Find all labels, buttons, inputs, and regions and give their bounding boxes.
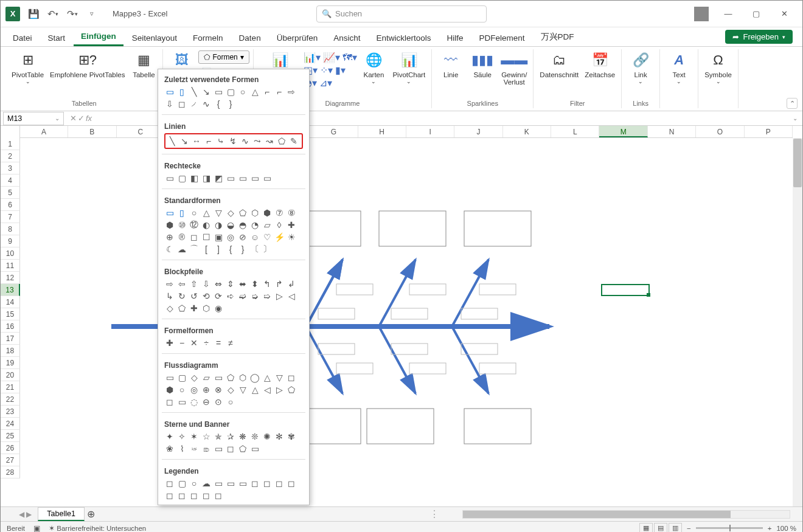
redo-button[interactable]: ↷▾ xyxy=(64,5,81,22)
row-header[interactable]: 15 xyxy=(1,308,20,320)
cells-area[interactable] xyxy=(20,138,793,506)
tab-ueberpruefen[interactable]: Überprüfen xyxy=(269,30,325,46)
col-header[interactable]: L xyxy=(551,126,599,137)
zoom-out-icon[interactable]: − xyxy=(687,525,691,532)
formen-button[interactable]: ⬠ Formen ▾ xyxy=(198,50,249,64)
row-header[interactable]: 3 xyxy=(1,162,20,174)
row-header[interactable]: 6 xyxy=(1,199,20,211)
row-header[interactable]: 26 xyxy=(1,442,20,454)
shape-callout-icon[interactable]: ◻ xyxy=(176,98,187,109)
row-header[interactable]: 4 xyxy=(1,174,20,187)
share-button[interactable]: ➦ Freigeben ▾ xyxy=(725,30,793,44)
elbow-arrow-icon[interactable]: ⤷ xyxy=(215,136,226,147)
symbole-button[interactable]: ΩSymbole⌄ xyxy=(702,49,734,86)
col-header[interactable]: H xyxy=(358,126,406,137)
tab-pdfelement[interactable]: PDFelement xyxy=(472,30,532,46)
shape-triangle-icon[interactable]: △ xyxy=(249,86,260,97)
split-handle[interactable]: ⋮ xyxy=(425,508,444,520)
elbow-double-icon[interactable]: ↯ xyxy=(228,136,238,147)
shape-line-icon[interactable]: ╲ xyxy=(189,86,200,97)
cancel-fx-icon[interactable]: ✕ xyxy=(70,114,77,123)
tab-formeln[interactable]: Formeln xyxy=(186,30,231,46)
col-header[interactable]: B xyxy=(68,126,116,137)
curve-double-icon[interactable]: ↝ xyxy=(264,136,275,147)
tab-daten[interactable]: Daten xyxy=(232,30,268,46)
shape-rect-icon[interactable]: ▭ xyxy=(213,86,224,97)
view-normal-icon[interactable]: ▦ xyxy=(639,523,653,533)
record-macro-icon[interactable]: ▣ xyxy=(33,524,40,533)
sheet-tab[interactable]: Tabelle1 xyxy=(38,507,85,521)
qat-customize[interactable]: ▿ xyxy=(83,5,100,22)
sparkline-column[interactable]: ▮▮▮Säule xyxy=(467,49,498,80)
row-header[interactable]: 7 xyxy=(1,211,20,223)
view-pagebreak-icon[interactable]: ▥ xyxy=(669,523,682,533)
chart-waterfall-icon[interactable]: ▮▾ xyxy=(335,64,346,76)
row-header[interactable]: 28 xyxy=(1,466,20,478)
shape-connector-icon[interactable]: ⌐ xyxy=(262,86,273,97)
curve-arrow-icon[interactable]: ⤳ xyxy=(252,136,263,147)
shape-freeform-icon[interactable]: ∿ xyxy=(201,98,212,109)
tab-seitenlayout[interactable]: Seitenlayout xyxy=(125,30,184,46)
tab-ansicht[interactable]: Ansicht xyxy=(326,30,367,46)
search-box[interactable]: 🔍 Suchen xyxy=(316,5,487,22)
shape-lbrace-icon[interactable]: { xyxy=(213,98,224,109)
tabelle-button[interactable]: ▦Tabelle xyxy=(128,49,159,80)
col-header[interactable]: G xyxy=(310,126,358,137)
chart-combo-icon[interactable]: ⊿▾ xyxy=(319,77,332,89)
chart-column-icon[interactable]: 📊▾ xyxy=(304,52,321,63)
close-button[interactable]: ✕ xyxy=(771,4,798,24)
row-header[interactable]: 11 xyxy=(1,260,20,272)
vertical-scrollbar[interactable] xyxy=(793,138,802,506)
shape-textbox-icon[interactable]: ▭ xyxy=(164,86,175,97)
row-header[interactable]: 22 xyxy=(1,393,20,406)
karten-button[interactable]: 🌐Karten⌄ xyxy=(358,49,389,86)
row-header[interactable]: 13 xyxy=(1,284,20,296)
col-header[interactable]: J xyxy=(454,126,502,137)
save-icon[interactable]: 💾 xyxy=(25,5,42,22)
active-cell[interactable] xyxy=(601,284,650,296)
minimize-button[interactable]: — xyxy=(715,4,742,24)
datenschnitt-button[interactable]: 🗂Datenschnitt xyxy=(537,49,581,80)
text-button[interactable]: AText⌄ xyxy=(664,49,694,86)
row-header[interactable]: 10 xyxy=(1,247,20,260)
row-header[interactable]: 19 xyxy=(1,357,20,369)
accessibility-status[interactable]: ✶ Barrierefreiheit: Untersuchen xyxy=(49,524,146,533)
horizontal-scrollbar[interactable] xyxy=(462,510,790,519)
shape-rbrace-icon[interactable]: } xyxy=(225,98,236,109)
shape-arrow-line-icon[interactable]: ↘ xyxy=(201,86,212,97)
formula-expand-icon[interactable]: ⌄ xyxy=(788,115,802,122)
zoom-slider[interactable] xyxy=(696,527,763,529)
row-header[interactable]: 1 xyxy=(1,138,20,150)
tab-datei[interactable]: Datei xyxy=(5,30,40,46)
row-header[interactable]: 14 xyxy=(1,296,20,308)
row-header[interactable]: 25 xyxy=(1,430,20,442)
link-button[interactable]: 🔗Link⌄ xyxy=(625,49,656,86)
shape-roundrect-icon[interactable]: ▢ xyxy=(225,86,236,97)
shape-curve-icon[interactable]: ⟋ xyxy=(189,98,200,109)
fx-icon[interactable]: fx xyxy=(86,114,92,123)
row-header[interactable]: 16 xyxy=(1,320,20,333)
zeitachse-button[interactable]: 📅Zeitachse xyxy=(582,49,617,80)
curve-connector-icon[interactable]: ∿ xyxy=(240,136,251,147)
sparkline-line[interactable]: 〰Linie xyxy=(436,49,466,80)
row-header[interactable]: 9 xyxy=(1,235,20,247)
ribbon-collapse-icon[interactable]: ⌃ xyxy=(787,98,798,109)
row-header[interactable]: 27 xyxy=(1,454,20,466)
col-header[interactable]: I xyxy=(406,126,454,137)
shape-downarrow-icon[interactable]: ⇩ xyxy=(164,98,175,109)
add-sheet-button[interactable]: ⊕ xyxy=(85,508,98,520)
col-header[interactable]: N xyxy=(648,126,696,137)
undo-button[interactable]: ↶▾ xyxy=(44,5,61,22)
account-avatar[interactable] xyxy=(694,7,709,21)
row-header[interactable]: 24 xyxy=(1,418,20,430)
pivottable-button[interactable]: ⊞PivotTable⌄ xyxy=(9,49,46,86)
chart-scatter-icon[interactable]: ⁘▾ xyxy=(320,64,333,76)
elbow-connector-icon[interactable]: ⌐ xyxy=(203,136,214,147)
select-all-corner[interactable] xyxy=(1,126,20,138)
freeform-shape-icon[interactable]: ⬠ xyxy=(276,136,287,147)
row-header[interactable]: 18 xyxy=(1,345,20,357)
chart-line-icon[interactable]: 📈▾ xyxy=(323,52,340,63)
shape-rightarrow-icon[interactable]: ⇨ xyxy=(286,86,297,97)
chart-map-icon[interactable]: 🗺▾ xyxy=(342,52,357,63)
col-header[interactable]: M xyxy=(599,126,647,137)
